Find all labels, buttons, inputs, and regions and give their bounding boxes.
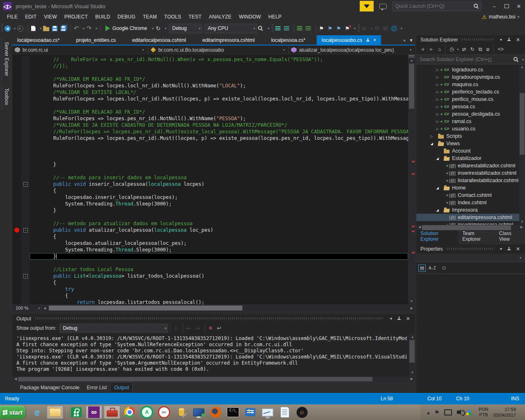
chevron-down-icon[interactable]: ▾ xyxy=(39,27,43,30)
scroll-up-icon[interactable]: ▲ xyxy=(519,64,525,70)
scroll-down-icon[interactable]: ▼ xyxy=(409,370,415,376)
previous-message-icon[interactable]: ⇤ xyxy=(185,325,192,331)
breakpoint-margin[interactable] xyxy=(12,279,21,286)
code-line[interactable]: RuleFor(locpes => locpes.pes_nr_id).NotN… xyxy=(12,115,408,122)
folding-margin[interactable] xyxy=(21,155,30,161)
scroll-up-icon[interactable]: ▲ xyxy=(408,58,415,64)
scroll-down-icon[interactable]: ▼ xyxy=(408,299,415,304)
chevron-down-icon[interactable]: ▾ xyxy=(456,48,460,51)
tree-item-usuario-cs[interactable]: ▷+C#usuario.cs xyxy=(416,125,525,132)
folding-margin[interactable] xyxy=(21,240,30,247)
chevron-down-icon[interactable]: ▾ xyxy=(151,27,155,30)
breakpoint-margin[interactable] xyxy=(12,253,21,260)
scrollbar-thumb[interactable] xyxy=(49,306,242,310)
document-tab-editarlocalpessoa-cshtml[interactable]: editarlocalpessoa.cshtml xyxy=(127,35,191,45)
taskbar-performance-monitor-button[interactable] xyxy=(259,406,276,419)
folding-margin[interactable] xyxy=(21,56,30,63)
navbar-assembly-dropdown[interactable]: br.com.rc.ui▾ xyxy=(12,46,148,54)
document-tab-localpessoadao-cs-[interactable]: localpessoadao.cs* xyxy=(12,35,64,45)
find-button[interactable] xyxy=(258,25,265,31)
code-line[interactable]: − public void inserir_localpessoa(localp… xyxy=(12,181,408,187)
chevron-down-icon[interactable]: ▾ xyxy=(164,27,168,30)
folding-margin[interactable] xyxy=(21,201,30,207)
account-menu[interactable]: ⚠ matheus.bsi ▾ xyxy=(482,14,525,20)
tree-item-inseririmpressora-cshtml[interactable]: +[@]inseririmpressora.cshtml xyxy=(416,221,525,225)
copy-stack-button[interactable]: ⧉ xyxy=(374,25,380,31)
save-to-source-button[interactable] xyxy=(275,25,281,31)
taskbar-internet-explorer-button[interactable] xyxy=(29,406,46,419)
code-line[interactable]: locpesdao.inserir_localpessoa(locpes); xyxy=(12,194,408,201)
back-icon[interactable]: ◄ xyxy=(418,46,427,52)
tray-network-icon[interactable] xyxy=(444,409,452,415)
code-text[interactable]: { xyxy=(30,279,408,286)
code-line[interactable]: − public void atualizar_localpessoa(loca… xyxy=(12,227,408,233)
editor-vertical-scrollbar[interactable]: ▲ ▼ xyxy=(408,55,415,304)
taskbar-control-panel-button[interactable] xyxy=(242,406,258,419)
toggle-word-wrap-button[interactable]: ↩ xyxy=(216,325,222,331)
taskbar-visual-studio-button[interactable] xyxy=(85,405,103,419)
menu-item-window[interactable]: WINDOW xyxy=(235,13,265,21)
folding-margin[interactable] xyxy=(21,76,30,82)
breakpoint-margin[interactable] xyxy=(12,247,21,253)
redo-button[interactable]: ↷ xyxy=(86,25,92,31)
breakpoint-margin[interactable] xyxy=(12,89,21,96)
scrollbar-thumb[interactable] xyxy=(422,225,511,230)
code-text[interactable]: { xyxy=(30,233,408,240)
breakpoint-margin[interactable] xyxy=(12,214,21,220)
code-line[interactable] xyxy=(12,155,408,161)
code-text[interactable]: { xyxy=(30,187,408,194)
tree-item-periferico-teclado-cs[interactable]: ▷+C#periferico_teclado.cs xyxy=(416,88,525,96)
code-line[interactable]: } xyxy=(12,207,408,214)
document-tab-localpessoaobo-cs[interactable]: localpessoaobo.cs× xyxy=(317,35,381,45)
undo-button[interactable]: ↶ xyxy=(73,25,80,31)
collapse-icon[interactable]: ◢ xyxy=(429,142,434,146)
toggle-bookmark-button[interactable]: ⚑ xyxy=(318,25,325,31)
code-line[interactable]: System.Threading.Thread.Sleep(3000); xyxy=(12,247,408,253)
menu-item-test[interactable]: TEST xyxy=(185,13,205,21)
folding-margin[interactable] xyxy=(21,135,30,142)
code-text[interactable]: //Listar todos Local Pessoa xyxy=(30,266,408,273)
pin-icon[interactable] xyxy=(507,37,511,42)
code-line[interactable]: RuleFor(locpes => locpes.pes_nr_id).Must… xyxy=(12,135,408,142)
code-text[interactable]: } xyxy=(30,207,408,214)
refresh-button[interactable]: ↻ xyxy=(155,25,162,31)
tree-item-Impressora[interactable]: ◢Impressora xyxy=(416,206,525,214)
expand-icon[interactable]: ▷ xyxy=(435,98,440,101)
tray-flag-icon[interactable]: ⚑ xyxy=(434,409,439,415)
folding-margin[interactable] xyxy=(21,292,30,299)
scrollbar-thumb[interactable] xyxy=(18,377,372,381)
taskbar-chat-app-button[interactable] xyxy=(294,406,310,419)
folding-margin[interactable] xyxy=(21,89,30,96)
code-text[interactable]: //-- metodo para atualizar dados em loca… xyxy=(30,220,408,227)
code-text[interactable]: public void inserir_localpessoa(localpes… xyxy=(30,181,408,187)
folding-margin[interactable] xyxy=(21,69,30,76)
code-line[interactable]: //Listar todos Local Pessoa xyxy=(12,266,408,273)
chevron-down-icon[interactable]: ▾ xyxy=(370,27,374,30)
collapse-icon[interactable]: ◢ xyxy=(435,208,440,212)
close-icon[interactable]: ✕ xyxy=(514,246,523,252)
tree-item-logradouropvmtpa-cs[interactable]: ▷C#logradouropvmtpa.cs xyxy=(416,73,525,81)
close-button[interactable]: ✕ xyxy=(513,1,525,11)
breakpoint-margin[interactable] xyxy=(12,220,21,227)
code-line[interactable] xyxy=(12,102,408,109)
code-editor[interactable]: // RuleFor(x => x.pes_nr_id).NotNull().W… xyxy=(12,55,415,304)
menu-item-view[interactable]: VIEW xyxy=(40,13,60,21)
menu-item-help[interactable]: HELP xyxy=(265,13,285,21)
collapse-icon[interactable]: ◢ xyxy=(435,186,440,190)
breakpoint-margin[interactable] xyxy=(12,227,21,233)
chevron-down-icon[interactable]: ▾ xyxy=(13,27,17,30)
taskbar-windows-store-button[interactable] xyxy=(68,406,84,419)
code-text[interactable]: System.Threading.Thread.Sleep(3000); xyxy=(30,247,408,253)
breakpoint-margin[interactable] xyxy=(12,266,21,273)
breakpoint-margin[interactable] xyxy=(12,233,21,240)
breakpoint-margin[interactable] xyxy=(12,260,21,266)
scroll-down-icon[interactable]: ▼ xyxy=(519,219,525,225)
expand-icon[interactable]: ▷ xyxy=(435,120,440,123)
output-horizontal-scrollbar[interactable]: ◀ ▶ xyxy=(12,377,415,382)
taskbar-clock[interactable]: 17:59 03/04/2017 xyxy=(493,406,516,418)
feedback-button[interactable] xyxy=(360,1,374,11)
breakpoint-margin[interactable] xyxy=(12,187,21,194)
breakpoint-margin[interactable] xyxy=(12,161,21,168)
breakpoint-margin[interactable] xyxy=(12,168,21,174)
navbar-class-dropdown[interactable]: br.com.rc.ui.Bo.localpessoabo▾ xyxy=(148,46,289,54)
